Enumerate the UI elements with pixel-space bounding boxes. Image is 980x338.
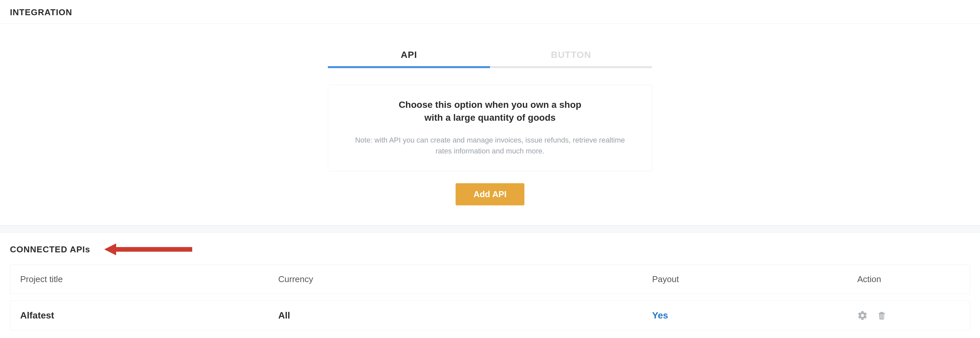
col-header-payout: Payout (652, 274, 857, 284)
api-card-title-line2: with a large quantity of goods (425, 113, 556, 123)
cell-currency: All (278, 310, 652, 321)
tab-api[interactable]: API (328, 44, 490, 68)
integration-tabs: API BUTTON (328, 44, 652, 68)
section-divider (0, 225, 980, 233)
arrow-head-icon (104, 243, 116, 255)
col-header-currency: Currency (278, 274, 652, 284)
arrow-bar-icon (116, 247, 192, 252)
integration-section-header: INTEGRATION (0, 0, 980, 24)
cell-payout[interactable]: Yes (652, 310, 857, 321)
api-description-card: Choose this option when you own a shop w… (328, 85, 652, 171)
connected-apis-header-row: CONNECTED APIs (0, 233, 980, 265)
api-card-title: Choose this option when you own a shop w… (348, 98, 632, 124)
integration-panel: API BUTTON Choose this option when you o… (0, 24, 980, 225)
arrow-annotation (104, 243, 192, 255)
connected-apis-table: Project title Currency Payout Action Alf… (0, 265, 980, 338)
cell-project-title: Alfatest (20, 310, 278, 321)
trash-icon[interactable] (877, 310, 887, 321)
col-header-project-title: Project title (20, 274, 278, 284)
col-header-action: Action (857, 274, 960, 284)
cell-action (857, 310, 960, 321)
gear-icon[interactable] (857, 310, 868, 321)
add-api-button[interactable]: Add API (456, 183, 524, 205)
api-card-title-line1: Choose this option when you own a shop (399, 100, 581, 110)
table-header-row: Project title Currency Payout Action (10, 265, 970, 294)
table-row: Alfatest All Yes (10, 301, 970, 330)
api-card-note: Note: with API you can create and manage… (348, 135, 632, 156)
api-card-note-line1: Note: with API you can create and manage… (355, 136, 625, 144)
connected-apis-header: CONNECTED APIs (10, 244, 90, 255)
api-card-note-line2: rates information and much more. (436, 147, 544, 155)
tab-button[interactable]: BUTTON (490, 44, 652, 68)
